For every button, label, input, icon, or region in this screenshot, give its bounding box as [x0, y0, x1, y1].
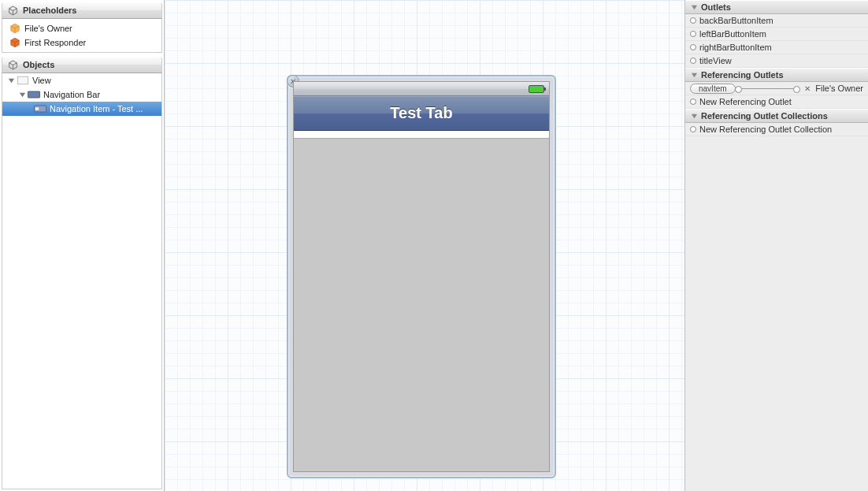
referencing-outlet-connection[interactable]: navItem ✕ File's Owner — [685, 82, 868, 95]
navigation-bar-title: Test Tab — [390, 104, 452, 122]
outlets-header[interactable]: Outlets — [685, 0, 868, 14]
chevron-down-icon[interactable] — [7, 76, 15, 84]
first-responder-icon — [9, 36, 21, 49]
battery-icon — [529, 85, 544, 93]
svg-rect-1 — [28, 91, 39, 98]
outlet-leftbarbuttonitem[interactable]: leftBarButtonItem — [685, 28, 868, 41]
outlet-label: backBarButtonItem — [699, 16, 773, 25]
disconnect-icon[interactable]: ✕ — [803, 84, 812, 93]
tree-node-label: Navigation Item - Test ... — [50, 104, 143, 113]
navigation-bar-icon — [28, 88, 40, 101]
view-icon — [17, 74, 29, 87]
tree-node-navigation-item[interactable]: Navigation Item - Test ... — [2, 102, 161, 116]
scene-frame[interactable]: ✕ Test Tab — [287, 75, 556, 478]
chevron-down-icon — [690, 112, 698, 120]
outlet-label: rightBarButtonItem — [699, 43, 772, 52]
tree-node-navigation-bar[interactable]: Navigation Bar — [2, 87, 161, 102]
svg-rect-0 — [17, 76, 28, 84]
outlet-label: leftBarButtonItem — [699, 29, 766, 39]
simulated-screen: Test Tab — [293, 81, 550, 472]
cube-icon — [7, 5, 18, 16]
objects-tree: View Navigation Bar Navigation Item - Te… — [2, 73, 162, 489]
cube-icon — [7, 59, 18, 70]
placeholder-files-owner[interactable]: File's Owner — [2, 21, 161, 35]
connection-source-pill[interactable]: navItem — [690, 84, 736, 94]
placeholders-list: File's Owner First Responder — [2, 19, 162, 53]
outlet-backbarbuttonitem[interactable]: backBarButtonItem — [685, 14, 868, 28]
referencing-outlets-header[interactable]: Referencing Outlets — [685, 68, 868, 82]
placeholders-section-header[interactable]: Placeholders — [2, 2, 162, 19]
outlets-title: Outlets — [701, 2, 731, 12]
outlet-rightbarbuttonitem[interactable]: rightBarButtonItem — [685, 41, 868, 54]
placeholders-title: Placeholders — [23, 6, 76, 15]
referencing-outlet-collections-header[interactable]: Referencing Outlet Collections — [685, 109, 868, 123]
connection-port-icon[interactable] — [690, 31, 696, 37]
navigation-item-icon — [34, 102, 46, 115]
outlet-titleview[interactable]: titleView — [685, 54, 868, 68]
status-bar — [294, 82, 549, 96]
tree-node-label: View — [32, 76, 51, 85]
new-referencing-outlet[interactable]: New Referencing Outlet — [685, 95, 868, 109]
outlet-label: titleView — [699, 56, 732, 65]
new-referencing-outlet-collection[interactable]: New Referencing Outlet Collection — [685, 123, 868, 136]
connections-inspector: Outlets backBarButtonItem leftBarButtonI… — [685, 0, 868, 491]
tree-node-label: Navigation Bar — [43, 90, 100, 99]
document-outline-panel: Placeholders File's Owner First Responde… — [0, 0, 165, 491]
new-referencing-outlet-collection-label: New Referencing Outlet Collection — [699, 125, 832, 134]
files-owner-icon — [9, 22, 21, 35]
connection-port-icon[interactable] — [690, 17, 696, 24]
new-referencing-outlet-label: New Referencing Outlet — [699, 97, 792, 106]
tree-node-view[interactable]: View — [2, 73, 161, 87]
connection-port-icon[interactable] — [690, 99, 696, 105]
svg-rect-3 — [35, 107, 39, 110]
inspector-empty-area — [685, 136, 868, 491]
chevron-down-icon[interactable] — [18, 91, 26, 99]
navigation-bar-preview[interactable]: Test Tab — [294, 96, 549, 131]
referencing-outlet-collections-title: Referencing Outlet Collections — [701, 111, 828, 121]
chevron-down-icon — [690, 3, 698, 11]
connection-destination: File's Owner — [815, 84, 863, 93]
connection-port-icon[interactable] — [690, 58, 696, 64]
objects-section-header[interactable]: Objects — [2, 56, 162, 73]
placeholder-first-responder[interactable]: First Responder — [2, 35, 161, 50]
placeholder-label: File's Owner — [24, 24, 72, 33]
interface-builder-canvas[interactable]: ✕ Test Tab — [165, 0, 685, 491]
referencing-outlets-title: Referencing Outlets — [701, 70, 784, 80]
connection-port-icon[interactable] — [690, 44, 696, 50]
connection-line-icon — [738, 88, 798, 89]
objects-title: Objects — [23, 60, 54, 69]
chevron-down-icon — [690, 71, 698, 79]
view-content-area[interactable] — [294, 139, 549, 471]
placeholder-label: First Responder — [24, 38, 86, 47]
nav-bar-shadow — [294, 131, 549, 139]
connection-port-icon[interactable] — [690, 126, 696, 132]
